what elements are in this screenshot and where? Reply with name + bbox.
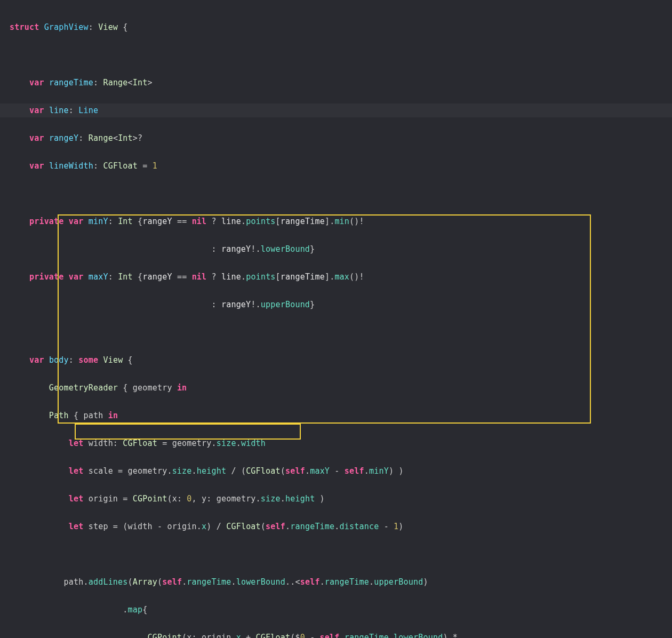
code-line: : rangeY!.upperBound} [10,298,672,312]
code-line: var rangeY: Range<Int>? [10,131,672,145]
code-line: var line: Line [0,103,672,117]
code-line: path.addLines(Array(self.rangeTime.lower… [10,575,672,589]
code-line: let origin = CGPoint(x: 0, y: geometry.s… [10,492,672,506]
code-line: var body: some View { [10,353,672,367]
code-line: struct GraphView: View { [10,20,672,34]
code-line: let width: CGFloat = geometry.size.width [10,436,672,450]
code-line: Path { path in [10,409,672,422]
code-line: var lineWidth: CGFloat = 1 [10,159,672,173]
code-line: var rangeTime: Range<Int> [10,76,672,90]
code-line: let step = (width - origin.x) / CGFloat(… [10,520,672,533]
code-line: GeometryReader { geometry in [10,381,672,395]
code-line: private var maxY: Int {rangeY == nil ? l… [10,270,672,284]
code-line [10,325,672,339]
code-line [10,48,672,62]
code-line: : rangeY!.lowerBound} [10,242,672,256]
code-line [10,187,672,201]
code-editor[interactable]: struct GraphView: View { var rangeTime: … [0,0,672,638]
code-line: .map{ [10,603,672,617]
code-line [10,547,672,561]
code-line: private var minY: Int {rangeY == nil ? l… [10,214,672,228]
code-line: CGPoint(x: origin.x + CGFloat($0 - self.… [10,631,672,638]
code-line: let scale = geometry.size.height / (CGFl… [10,464,672,478]
